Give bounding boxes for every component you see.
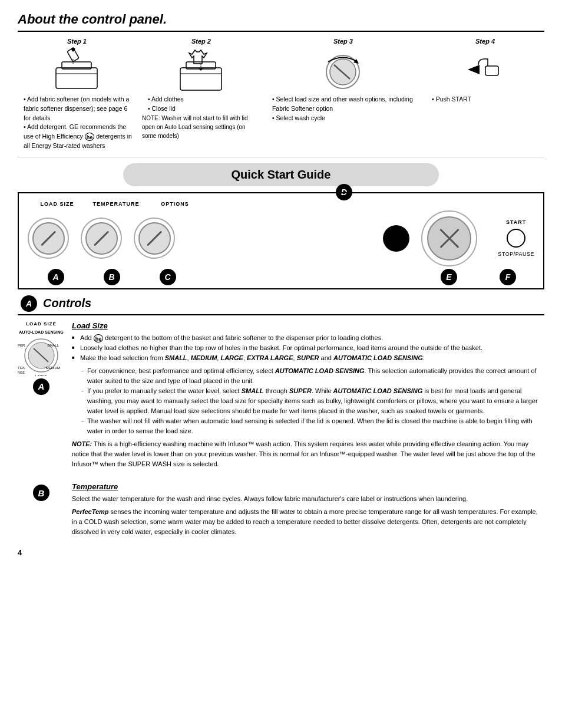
panel-badge-row: A B C E F	[28, 269, 534, 285]
section-b-title: Temperature	[72, 482, 544, 491]
cycle-dial-e	[421, 210, 477, 266]
load-size-dial-svg: AUTO-LOAD SENSING SUPER SMALL EXTRA LARG…	[18, 329, 65, 376]
svg-text:MEDIUM: MEDIUM	[46, 366, 60, 370]
section-b-perfectemp: PerfecTemp senses the incoming water tem…	[72, 507, 544, 537]
dial-a	[28, 218, 69, 259]
step-4-image	[426, 47, 544, 91]
step-1-text: Add fabric softener (on models with a fa…	[18, 95, 136, 151]
page-title: About the control panel.	[18, 12, 544, 32]
badge-a: A	[48, 269, 64, 285]
section-b-left: B	[18, 482, 65, 540]
temperature-label: TEMPERATURE	[93, 201, 140, 207]
svg-marker-16	[468, 65, 480, 74]
svg-text:SMALL: SMALL	[47, 344, 59, 347]
svg-text:AUTO-LOAD SENSING: AUTO-LOAD SENSING	[19, 330, 64, 334]
section-b-content: Temperature Select the water temperature…	[72, 482, 544, 540]
start-stop-f: START STOP/PAUSE	[498, 219, 534, 257]
step-4-label: Step 4	[475, 38, 495, 45]
section-a-sub-bullets: For convenience, best performance and op…	[72, 366, 544, 436]
svg-marker-10	[199, 68, 203, 71]
svg-text:LARGE: LARGE	[35, 374, 47, 376]
panel-labels-row: LOAD SIZE TEMPERATURE OPTIONS	[28, 199, 534, 207]
step-2-text: Add clothes Close lid NOTE: Washer will …	[142, 95, 260, 140]
badge-f: F	[500, 269, 516, 285]
svg-text:SUPER: SUPER	[18, 344, 25, 347]
section-a-left: LOAD SIZE AUTO-LOAD SENSING SUPER SMALL …	[18, 321, 65, 475]
controls-label-row: A Controls	[18, 295, 544, 315]
step-3-image	[266, 47, 420, 91]
section-b-badge: B	[33, 485, 49, 501]
section-a-title: Load Size	[72, 321, 544, 330]
control-panel-diagram: D LOAD SIZE TEMPERATURE OPTIONS	[18, 192, 544, 289]
badge-b: B	[104, 269, 120, 285]
step-4-col: Step 4 Push START	[426, 38, 544, 151]
dial-b	[81, 218, 122, 259]
svg-text:LARGE: LARGE	[18, 371, 25, 374]
badge-controls-a: A	[21, 295, 37, 312]
step-1-image	[18, 47, 136, 91]
load-size-label: LOAD SIZE	[40, 201, 74, 207]
svg-rect-6	[180, 68, 222, 90]
start-label: START	[506, 219, 526, 225]
section-a-content: Load Size Add he detergent to the bottom…	[72, 321, 544, 475]
stop-label: STOP/PAUSE	[498, 251, 534, 257]
section-b-text: Select the water temperature for the was…	[72, 494, 544, 504]
step-3-text: Select load size and other wash options,…	[266, 95, 420, 123]
qsg-banner: Quick Start Guide	[123, 163, 439, 186]
step-2-label: Step 2	[191, 38, 211, 45]
controls-italic-label: Controls	[43, 297, 91, 310]
section-a-top-label: LOAD SIZE	[26, 321, 57, 327]
panel-controls-row: START STOP/PAUSE	[28, 210, 534, 266]
svg-rect-0	[56, 68, 97, 88]
svg-text:EXTRA: EXTRA	[18, 366, 25, 370]
steps-section: Step 1 Add fabric softener (on models wi…	[18, 38, 544, 157]
step-2-col: Step 2 Add clothes Close lid NOTE: Washe…	[142, 38, 260, 151]
dial-c	[134, 218, 175, 259]
options-label: OPTIONS	[161, 201, 189, 207]
start-button-circle	[507, 229, 525, 248]
svg-rect-15	[485, 66, 498, 75]
section-a-note: NOTE: This is a high-efficiency washing …	[72, 439, 544, 469]
page-number: 4	[18, 548, 544, 557]
step-2-image	[142, 47, 260, 91]
badge-c: C	[160, 269, 176, 285]
step-3-label: Step 3	[333, 38, 353, 45]
step-4-text: Push START	[426, 95, 471, 104]
section-a-badge: A	[33, 378, 49, 395]
control-panel-box: LOAD SIZE TEMPERATURE OPTIONS	[18, 192, 544, 289]
step-1-label: Step 1	[67, 38, 87, 45]
power-circle	[383, 225, 409, 252]
section-b: B Temperature Select the water temperatu…	[18, 482, 544, 540]
step-3-col: Step 3 Select load size and other wash o…	[266, 38, 420, 151]
section-a-main-bullets: Add he detergent to the bottom of the ba…	[72, 333, 544, 363]
badge-e: E	[441, 269, 457, 285]
step-1-col: Step 1 Add fabric softener (on models wi…	[18, 38, 136, 151]
section-a: LOAD SIZE AUTO-LOAD SENSING SUPER SMALL …	[18, 321, 544, 475]
